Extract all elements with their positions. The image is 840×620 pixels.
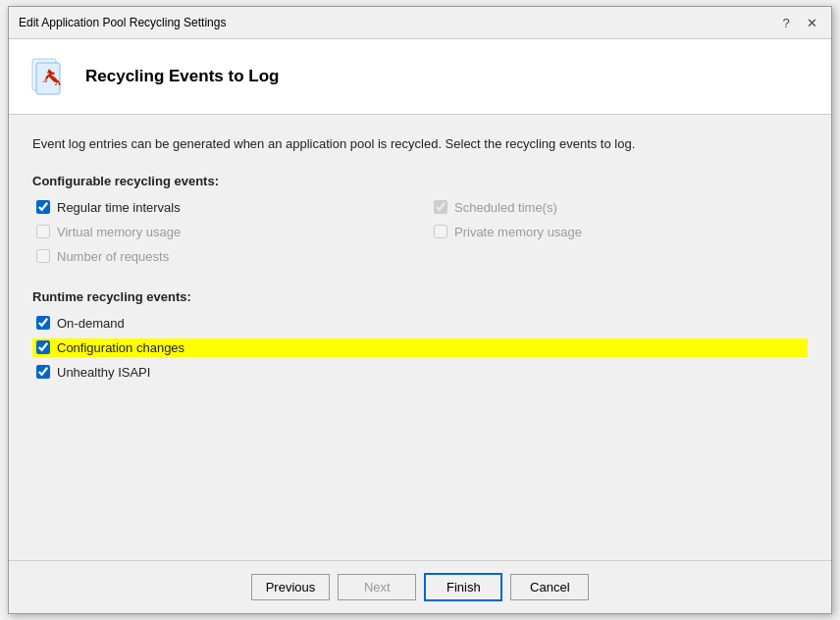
next-button[interactable]: Next (338, 574, 416, 600)
checkbox-on-demand: On-demand (32, 314, 808, 333)
runtime-checkbox-list: On-demand Configuration changes Unhealth… (32, 314, 808, 382)
private-memory-label: Private memory usage (454, 225, 582, 239)
number-requests-label: Number of requests (57, 249, 169, 264)
scheduled-time-checkbox[interactable] (434, 200, 447, 214)
header-icon (25, 53, 72, 100)
configurable-section-label: Configurable recycling events: (32, 174, 808, 188)
finish-button[interactable]: Finish (424, 573, 502, 601)
on-demand-checkbox[interactable] (36, 316, 50, 330)
checkbox-unhealthy-isapi: Unhealthy ISAPI (32, 363, 808, 382)
content-area: Event log entries can be generated when … (9, 115, 831, 560)
runtime-section-label: Runtime recycling events: (32, 289, 808, 304)
header-title: Recycling Events to Log (85, 67, 279, 86)
checkbox-virtual-memory: Virtual memory usage (32, 223, 410, 241)
regular-time-checkbox[interactable] (36, 200, 50, 214)
virtual-memory-checkbox[interactable] (36, 225, 50, 238)
unhealthy-isapi-label: Unhealthy ISAPI (57, 365, 150, 380)
virtual-memory-label: Virtual memory usage (57, 225, 181, 239)
configurable-checkbox-grid: Regular time intervals Scheduled time(s)… (32, 198, 808, 266)
checkbox-scheduled-time: Scheduled time(s) (430, 198, 808, 217)
on-demand-label: On-demand (57, 316, 125, 331)
dialog-window: Edit Application Pool Recycling Settings… (8, 6, 832, 614)
scheduled-time-label: Scheduled time(s) (454, 200, 557, 215)
checkbox-config-changes: Configuration changes (32, 338, 808, 357)
header-section: Recycling Events to Log (9, 39, 831, 115)
checkbox-number-requests: Number of requests (32, 247, 410, 266)
config-changes-checkbox[interactable] (36, 340, 50, 354)
description-text: Event log entries can be generated when … (32, 134, 808, 154)
config-changes-label: Configuration changes (57, 340, 184, 355)
title-bar: Edit Application Pool Recycling Settings… (9, 7, 831, 39)
previous-button[interactable]: Previous (251, 574, 331, 600)
help-button[interactable]: ? (776, 13, 796, 32)
cancel-button[interactable]: Cancel (510, 574, 589, 600)
checkbox-regular-time: Regular time intervals (32, 198, 410, 217)
unhealthy-isapi-checkbox[interactable] (36, 365, 50, 379)
checkbox-private-memory: Private memory usage (430, 223, 808, 241)
footer: Previous Next Finish Cancel (9, 560, 831, 613)
regular-time-label: Regular time intervals (57, 200, 181, 215)
title-bar-controls: ? ✕ (776, 13, 821, 32)
close-button[interactable]: ✕ (802, 13, 821, 32)
number-requests-checkbox[interactable] (36, 249, 50, 263)
private-memory-checkbox[interactable] (434, 225, 447, 238)
window-title: Edit Application Pool Recycling Settings (19, 16, 226, 29)
